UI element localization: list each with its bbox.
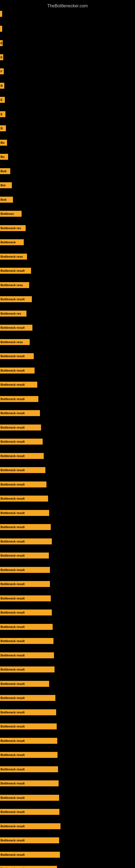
bar-label-31: Bottleneck result	[1, 454, 25, 458]
bar-item-8: B	[0, 125, 6, 131]
bar-item-39: Bottleneck result	[0, 567, 50, 573]
bar-item-1	[0, 26, 2, 32]
bar-label-39: Bottleneck result	[1, 568, 25, 571]
bar-item-42: Bottleneck result	[0, 610, 52, 616]
bar-item-35: Bottleneck result	[0, 510, 49, 516]
bar-label-16: Bottleneck	[1, 241, 16, 244]
bar-label-57: Bottleneck result	[1, 825, 25, 828]
bar-label-19: Bottleneck resu	[1, 283, 23, 287]
bar-label-42: Bottleneck result	[1, 611, 25, 614]
bar-label-48: Bottleneck result	[1, 696, 25, 700]
bar-label-6: E	[1, 98, 2, 101]
bar-label-35: Bottleneck result	[1, 511, 25, 515]
bar-item-29: Bottleneck result	[0, 425, 41, 431]
bar-item-27: Bottleneck result	[0, 396, 38, 402]
bar-label-9: Bo	[1, 141, 5, 144]
bar-label-8: B	[1, 127, 3, 130]
bar-label-27: Bottleneck result	[1, 397, 25, 401]
bar-label-53: Bottleneck result	[1, 768, 25, 771]
bar-label-15: Bottleneck res	[1, 226, 21, 230]
bar-item-5: B	[0, 83, 4, 89]
bar-label-51: Bottleneck result	[1, 739, 25, 742]
bar-label-47: Bottleneck result	[1, 682, 25, 685]
bar-label-59: Bottleneck result	[1, 853, 25, 856]
bar-item-53: Bottleneck result	[0, 766, 58, 772]
bar-label-56: Bottleneck result	[1, 810, 25, 813]
bar-item-38: Bottleneck result	[0, 553, 49, 558]
bar-label-25: Bottleneck result	[1, 369, 25, 372]
bar-item-54: Bottleneck result	[0, 780, 58, 786]
bar-label-5: B	[1, 84, 3, 87]
bar-item-57: Bottleneck result	[0, 823, 60, 829]
bar-item-9: Bo	[0, 140, 7, 146]
bar-item-7: E	[0, 111, 5, 117]
bar-label-14: Bottlenec	[1, 212, 14, 215]
bar-label-52: Bottleneck result	[1, 753, 25, 756]
bar-label-4: F	[1, 70, 2, 73]
bar-label-10: Bo	[1, 155, 5, 158]
bar-item-11: Bott	[0, 168, 10, 174]
bar-item-21: Bottleneck res	[0, 311, 27, 316]
bar-item-19: Bottleneck resu	[0, 282, 29, 288]
bar-label-33: Bottleneck result	[1, 483, 25, 486]
bar-item-26: Bottleneck result	[0, 382, 37, 388]
bar-item-33: Bottleneck result	[0, 482, 46, 488]
bar-label-37: Bottleneck result	[1, 540, 25, 543]
bar-label-23: Bottleneck resu	[1, 340, 23, 344]
bar-item-41: Bottleneck result	[0, 595, 51, 601]
bar-label-34: Bottleneck result	[1, 497, 25, 500]
bar-label-36: Bottleneck result	[1, 525, 25, 529]
bar-item-24: Bottleneck result	[0, 353, 34, 359]
bar-item-60: Bottleneck result	[0, 866, 57, 868]
bar-item-30: Bottleneck result	[0, 439, 43, 444]
bar-item-4: F	[0, 68, 4, 74]
bar-item-17: Bottleneck resu	[0, 254, 27, 259]
bar-item-46: Bottleneck result	[0, 666, 54, 673]
bar-item-3: E	[0, 54, 3, 60]
bar-label-7: E	[1, 113, 2, 116]
bar-label-45: Bottleneck result	[1, 654, 25, 657]
bar-item-48: Bottleneck result	[0, 695, 55, 701]
bar-item-59: Bottleneck result	[0, 852, 60, 858]
bar-item-44: Bottleneck result	[0, 638, 53, 644]
bar-label-29: Bottleneck result	[1, 426, 25, 429]
bar-item-15: Bottleneck res	[0, 225, 26, 231]
bar-item-28: Bottleneck result	[0, 410, 40, 416]
bar-item-18: Bottleneck result	[0, 268, 31, 274]
bar-item-2: E	[0, 40, 3, 46]
bar-item-14: Bottlenec	[0, 211, 21, 217]
bar-label-49: Bottleneck result	[1, 711, 25, 714]
bar-label-30: Bottleneck result	[1, 440, 25, 443]
bar-label-32: Bottleneck result	[1, 468, 25, 472]
bar-item-37: Bottleneck result	[0, 538, 52, 545]
bar-item-36: Bottleneck result	[0, 524, 51, 530]
bar-item-31: Bottleneck result	[0, 453, 44, 459]
bar-label-55: Bottleneck result	[1, 796, 25, 799]
bar-item-6: E	[0, 97, 5, 103]
bar-item-51: Bottleneck result	[0, 738, 57, 744]
bar-label-40: Bottleneck result	[1, 582, 25, 586]
bar-item-12: Bot	[0, 182, 12, 188]
site-title: TheBottlenecker.com	[0, 1, 135, 10]
bar-item-58: Bottleneck result	[0, 837, 59, 843]
bar-item-10: Bo	[0, 154, 8, 160]
bar-item-55: Bottleneck result	[0, 795, 59, 801]
bar-label-58: Bottleneck result	[1, 839, 25, 842]
bar-item-34: Bottleneck result	[0, 496, 48, 501]
bar-label-20: Bottleneck result	[1, 298, 25, 301]
bar-label-50: Bottleneck result	[1, 725, 25, 728]
bar-label-38: Bottleneck result	[1, 554, 25, 557]
bar-label-28: Bottleneck result	[1, 411, 25, 415]
bar-item-47: Bottleneck result	[0, 681, 49, 687]
bar-item-0	[0, 11, 2, 17]
bar-label-2: E	[1, 41, 2, 45]
bar-item-40: Bottleneck result	[0, 581, 50, 587]
bar-label-21: Bottleneck res	[1, 312, 21, 315]
bar-item-22: Bottleneck result	[0, 325, 32, 331]
bar-item-16: Bottleneck	[0, 239, 24, 245]
bar-item-52: Bottleneck result	[0, 752, 57, 758]
bar-item-56: Bottleneck result	[0, 809, 59, 815]
bar-label-11: Bott	[1, 169, 6, 173]
bar-label-24: Bottleneck result	[1, 354, 25, 358]
bar-item-32: Bottleneck result	[0, 467, 45, 473]
